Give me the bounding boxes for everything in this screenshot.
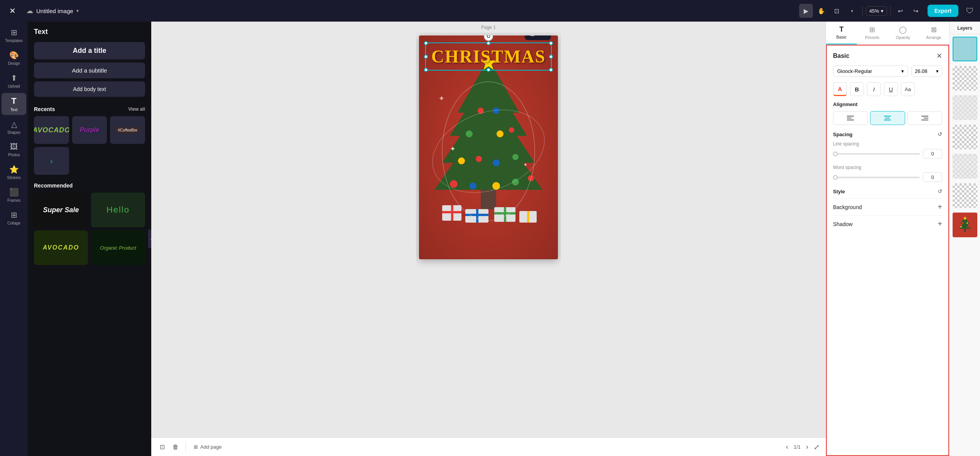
next-page-button[interactable]: › [804, 442, 811, 452]
font-size-select[interactable]: 26.08 ▾ [911, 66, 942, 77]
add-subtitle-button[interactable]: Add a subtitle [34, 62, 145, 78]
handle-top-right[interactable] [549, 41, 553, 45]
collage-icon: ⊞ [11, 210, 17, 220]
font-family-select[interactable]: Gloock-Regular ▾ [833, 66, 908, 77]
sidebar-item-photos[interactable]: 🖼 Photos [2, 139, 26, 160]
tab-presets-label: Presets [865, 35, 879, 40]
add-page-button[interactable]: ⊞ Add page [191, 442, 225, 451]
align-right-button[interactable] [907, 111, 942, 125]
zoom-select[interactable]: 45% ▾ [866, 6, 887, 16]
title-chevron-icon[interactable]: ▾ [76, 8, 79, 14]
add-body-button[interactable]: Add body text [34, 81, 145, 97]
recent-item-purple[interactable]: Purple [72, 116, 107, 144]
spacing-reset-icon[interactable]: ↺ [938, 131, 942, 137]
canvas-wrapper[interactable]: ✦ ✦ ✦ CHRISTMAS [416, 32, 561, 437]
panel-collapse-handle[interactable]: ‹ [148, 230, 151, 248]
shield-icon[interactable]: 🛡 [966, 7, 974, 15]
sidebar-item-templates[interactable]: ⊞ Templates [2, 25, 26, 46]
handle-bottom-middle[interactable] [487, 68, 490, 72]
upload-icon: ☁ [26, 7, 33, 15]
sidebar-item-upload[interactable]: ⬆ Upload [2, 70, 26, 91]
basic-panel: Basic ✕ Gloock-Regular ▾ 26.08 ▾ A B I U [826, 45, 949, 456]
redo-button[interactable]: ↪ [909, 4, 923, 18]
layer-item-7[interactable] [953, 213, 977, 237]
line-spacing-value[interactable]: 0 [923, 149, 942, 159]
align-center-button[interactable] [870, 111, 905, 125]
add-frame-button[interactable]: ⊡ [157, 442, 167, 452]
spacing-section-title: Spacing ↺ [833, 131, 942, 137]
handle-bottom-left[interactable] [424, 68, 428, 72]
recent-item-coffee[interactable]: #CoffeeBre [110, 116, 145, 144]
layer-item-1[interactable] [953, 37, 977, 61]
case-button[interactable]: Aa [901, 82, 915, 96]
handle-middle-right[interactable] [549, 55, 553, 59]
float-more-button[interactable]: ··· [539, 35, 548, 39]
basic-tab-icon: T [839, 25, 843, 34]
bold-button[interactable]: B [850, 82, 864, 96]
prev-page-button[interactable]: ‹ [784, 442, 791, 452]
shapes-icon: △ [11, 120, 17, 129]
background-add-button[interactable]: + [938, 203, 942, 211]
align-left-button[interactable] [833, 111, 868, 125]
hand-tool-button[interactable]: ✋ [814, 4, 828, 18]
line-spacing-slider[interactable] [833, 153, 920, 155]
basic-panel-close-button[interactable]: ✕ [936, 52, 942, 60]
svg-text:✦: ✦ [438, 94, 445, 103]
sidebar-item-stickers[interactable]: ⭐ Stickers [2, 162, 26, 183]
line-spacing-thumb[interactable] [833, 152, 838, 156]
style-reset-icon[interactable]: ↺ [938, 188, 942, 194]
handle-middle-left[interactable] [424, 55, 428, 59]
handle-top-middle[interactable] [487, 41, 490, 45]
sidebar-item-text[interactable]: T Text [2, 93, 26, 115]
layer-item-3[interactable] [953, 95, 977, 120]
frame-chevron[interactable]: ▾ [845, 4, 859, 18]
word-spacing-label: Word spacing [833, 165, 942, 170]
tab-arrange[interactable]: ⊠ Arrange [918, 22, 949, 44]
italic-button[interactable]: I [867, 82, 881, 96]
sidebar-item-frames[interactable]: ⬛ Frames [2, 184, 26, 206]
sidebar-item-design[interactable]: 🎨 Design [2, 47, 26, 69]
undo-button[interactable]: ↩ [894, 4, 907, 18]
tab-basic[interactable]: T Basic [826, 22, 857, 44]
text-color-button[interactable]: A [833, 82, 847, 96]
layer-item-6[interactable] [953, 183, 977, 208]
recommended-organic[interactable]: Organic Product [91, 230, 145, 265]
handle-bottom-right[interactable] [549, 68, 553, 72]
recommended-avocado2[interactable]: AVOCADO [34, 230, 88, 265]
recent-item-avocado[interactable]: AVOCADO [34, 116, 69, 144]
word-spacing-slider[interactable] [833, 177, 920, 178]
canvas[interactable]: ✦ ✦ ✦ CHRISTMAS [419, 35, 558, 259]
frame-tool-button[interactable]: ⊡ [830, 4, 844, 18]
recent-more-button[interactable]: › [34, 147, 69, 175]
sidebar-item-collage[interactable]: ⊞ Collage [2, 207, 26, 228]
toolbar-tools: ▶ ✋ ⊡ ▾ 45% ▾ ↩ ↪ [799, 4, 923, 18]
underline-button[interactable]: U [884, 82, 898, 96]
export-button[interactable]: Export [928, 5, 958, 17]
layer-item-4[interactable] [953, 125, 977, 149]
fullscreen-button[interactable]: ⤢ [814, 443, 819, 451]
sidebar-item-shapes[interactable]: △ Shapes [2, 117, 26, 138]
tab-presets[interactable]: ⊞ Presets [857, 22, 888, 44]
layers-title: Layers [950, 22, 980, 34]
add-title-button[interactable]: Add a title [34, 42, 145, 59]
recommended-super-sale[interactable]: Super Sale [34, 193, 88, 227]
word-spacing-thumb[interactable] [833, 175, 838, 180]
word-spacing-value[interactable]: 0 [923, 172, 942, 182]
main-layout: ⊞ Templates 🎨 Design ⬆ Upload T Text △ S… [0, 22, 980, 456]
handle-top-left[interactable] [424, 41, 428, 45]
alignment-label: Alignment [833, 101, 858, 107]
document-title[interactable]: Untitled image [36, 8, 73, 14]
recommended-hello[interactable]: Hello [91, 193, 145, 227]
layer-item-2[interactable] [953, 66, 977, 91]
select-tool-button[interactable]: ▶ [799, 4, 813, 18]
shadow-add-button[interactable]: + [938, 220, 942, 228]
float-resize-button[interactable]: ⊡ [528, 35, 537, 39]
tab-opacity[interactable]: ◯ Opacity [888, 22, 919, 44]
word-spacing-row: 0 [833, 172, 942, 182]
layer-item-5[interactable] [953, 154, 977, 179]
recents-label: Recents [34, 106, 55, 112]
delete-button[interactable]: 🗑 [170, 442, 181, 452]
view-all-link[interactable]: View all [128, 106, 145, 112]
logo-icon[interactable]: ✕ [6, 5, 19, 17]
christmas-text-selection[interactable]: CHRISTMAS ⊡ ··· ↻ [425, 42, 552, 71]
